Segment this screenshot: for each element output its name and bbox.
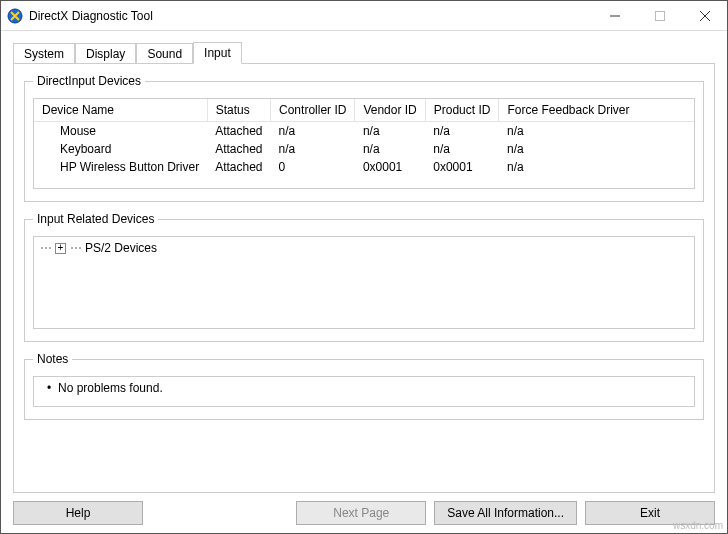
tree-line-icon: ⋯	[70, 241, 81, 255]
related-tree-container: ⋯ + ⋯ PS/2 Devices	[33, 236, 695, 329]
bullet-icon: •	[40, 381, 58, 395]
cell-ffd: n/a	[499, 140, 694, 158]
cell-ffd: n/a	[499, 158, 694, 176]
cell-name: Keyboard	[34, 140, 207, 158]
cell-product: n/a	[425, 140, 499, 158]
col-ffd[interactable]: Force Feedback Driver	[499, 99, 694, 122]
table-row[interactable]: HP Wireless Button Driver Attached 0 0x0…	[34, 158, 694, 176]
minimize-button[interactable]	[592, 1, 637, 30]
cell-name: Mouse	[34, 122, 207, 141]
tree-item-ps2[interactable]: ⋯ + ⋯ PS/2 Devices	[34, 237, 694, 259]
tree-line-icon: ⋯	[40, 241, 51, 255]
tree-item-label: PS/2 Devices	[85, 241, 157, 255]
cell-controller: n/a	[271, 122, 355, 141]
svg-rect-2	[655, 11, 664, 20]
group-directinput-devices: DirectInput Devices Device Name Status C…	[24, 74, 704, 202]
table-header-row: Device Name Status Controller ID Vendor …	[34, 99, 694, 122]
cell-ffd: n/a	[499, 122, 694, 141]
app-icon	[7, 8, 23, 24]
cell-product: n/a	[425, 122, 499, 141]
group-notes: Notes • No problems found.	[24, 352, 704, 420]
col-vendor-id[interactable]: Vendor ID	[355, 99, 425, 122]
tab-panel-input: DirectInput Devices Device Name Status C…	[13, 63, 715, 493]
tab-sound[interactable]: Sound	[136, 43, 193, 64]
close-button[interactable]	[682, 1, 727, 30]
col-device-name[interactable]: Device Name	[34, 99, 207, 122]
device-table: Device Name Status Controller ID Vendor …	[34, 99, 694, 176]
cell-status: Attached	[207, 122, 270, 141]
cell-name: HP Wireless Button Driver	[34, 158, 207, 176]
notes-text: No problems found.	[58, 381, 163, 395]
group-legend: DirectInput Devices	[33, 74, 145, 88]
spacer	[151, 501, 288, 525]
table-row[interactable]: Keyboard Attached n/a n/a n/a n/a	[34, 140, 694, 158]
cell-status: Attached	[207, 158, 270, 176]
tab-system[interactable]: System	[13, 43, 75, 64]
cell-controller: n/a	[271, 140, 355, 158]
save-all-button[interactable]: Save All Information...	[434, 501, 577, 525]
table-row[interactable]: Mouse Attached n/a n/a n/a n/a	[34, 122, 694, 141]
tab-display[interactable]: Display	[75, 43, 136, 64]
cell-controller: 0	[271, 158, 355, 176]
cell-product: 0x0001	[425, 158, 499, 176]
cell-status: Attached	[207, 140, 270, 158]
cell-vendor: 0x0001	[355, 158, 425, 176]
group-input-related-devices: Input Related Devices ⋯ + ⋯ PS/2 Devices	[24, 212, 704, 342]
group-legend: Notes	[33, 352, 72, 366]
titlebar: DirectX Diagnostic Tool	[1, 1, 727, 31]
col-status[interactable]: Status	[207, 99, 270, 122]
watermark: wsxdn.com	[673, 520, 723, 531]
cell-vendor: n/a	[355, 122, 425, 141]
group-legend: Input Related Devices	[33, 212, 158, 226]
notes-container: • No problems found.	[33, 376, 695, 407]
expander-icon[interactable]: +	[55, 243, 66, 254]
window-controls	[592, 1, 727, 30]
tab-input[interactable]: Input	[193, 42, 242, 64]
device-table-container: Device Name Status Controller ID Vendor …	[33, 98, 695, 189]
col-controller-id[interactable]: Controller ID	[271, 99, 355, 122]
col-product-id[interactable]: Product ID	[425, 99, 499, 122]
list-item[interactable]: • No problems found.	[34, 377, 694, 399]
maximize-button[interactable]	[637, 1, 682, 30]
window-title: DirectX Diagnostic Tool	[29, 9, 592, 23]
content-area: System Display Sound Input DirectInput D…	[1, 31, 727, 501]
footer-buttons: Help Next Page Save All Information... E…	[13, 501, 715, 525]
tab-strip: System Display Sound Input	[13, 41, 715, 63]
next-page-button[interactable]: Next Page	[296, 501, 426, 525]
help-button[interactable]: Help	[13, 501, 143, 525]
cell-vendor: n/a	[355, 140, 425, 158]
